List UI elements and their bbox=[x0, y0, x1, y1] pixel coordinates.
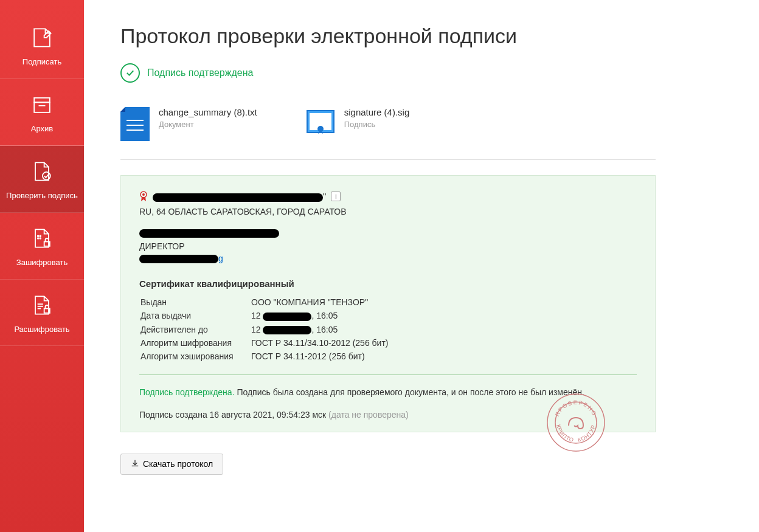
sidebar-label: Архив bbox=[3, 124, 81, 134]
document-file-icon bbox=[120, 107, 150, 141]
info-button[interactable]: i bbox=[331, 192, 341, 201]
cert-table: Выдан ООО "КОМПАНИЯ "ТЕНЗОР" Дата выдачи… bbox=[139, 295, 389, 364]
divider bbox=[139, 375, 637, 375]
file-type: Документ bbox=[159, 120, 257, 129]
verification-stamp: ПРОВЕРЕНО КРИПТО КОНТУР bbox=[546, 392, 606, 453]
sidebar: Подписать Архив Проверить подпись Зашифр… bbox=[0, 0, 84, 532]
status-text: Подпись подтверждена bbox=[147, 67, 253, 78]
file-type: Подпись bbox=[344, 120, 410, 129]
download-icon bbox=[131, 459, 139, 469]
cert-hash-value: ГОСТ Р 34.11-2012 (256 бит) bbox=[251, 350, 388, 362]
svg-rect-1 bbox=[34, 102, 50, 112]
cert-org-row: " i bbox=[139, 191, 637, 202]
table-row: Алгоритм хэширования ГОСТ Р 34.11-2012 (… bbox=[140, 350, 388, 362]
file-signature[interactable]: signature (4).sig Подпись bbox=[306, 107, 410, 141]
main-content: Протокол проверки электронной подписи По… bbox=[84, 0, 692, 532]
cert-person bbox=[139, 227, 637, 238]
svg-point-20 bbox=[142, 193, 145, 196]
svg-point-6 bbox=[38, 238, 39, 239]
cert-hash-label: Алгоритм хэширования bbox=[140, 350, 250, 362]
ribbon-icon bbox=[139, 191, 148, 202]
cert-date-value: 12 , 16:05 bbox=[251, 309, 388, 322]
sign-icon bbox=[27, 23, 57, 52]
svg-point-4 bbox=[38, 235, 39, 237]
confirmation-label: Подпись подтверждена. bbox=[139, 387, 235, 397]
sidebar-item-verify[interactable]: Проверить подпись bbox=[0, 146, 84, 213]
file-document[interactable]: change_summary (8).txt Документ bbox=[120, 107, 257, 141]
cert-valid-value: 12 , 16:05 bbox=[251, 323, 388, 336]
cert-title: Сертификат квалифицированный bbox=[139, 278, 637, 289]
sidebar-label: Расшифровать bbox=[3, 325, 81, 335]
cert-valid-label: Действителен до bbox=[140, 323, 250, 336]
table-row: Действителен до 12 , 16:05 bbox=[140, 323, 388, 336]
page-title: Протокол проверки электронной подписи bbox=[120, 24, 656, 48]
encrypt-icon bbox=[27, 224, 57, 253]
sidebar-label: Проверить подпись bbox=[3, 191, 81, 201]
check-circle-icon bbox=[120, 63, 140, 83]
cert-email[interactable]: g bbox=[139, 254, 637, 263]
cert-date-label: Дата выдачи bbox=[140, 309, 250, 322]
sidebar-item-encrypt[interactable]: Зашифровать bbox=[0, 213, 84, 280]
file-name: signature (4).sig bbox=[344, 107, 410, 117]
table-row: Дата выдачи 12 , 16:05 bbox=[140, 309, 388, 322]
svg-text:ПРОВЕРЕНО: ПРОВЕРЕНО bbox=[554, 399, 598, 417]
download-label: Скачать протокол bbox=[143, 459, 213, 469]
svg-point-18 bbox=[317, 126, 324, 132]
sidebar-item-sign[interactable]: Подписать bbox=[0, 12, 84, 79]
archive-icon bbox=[27, 90, 57, 119]
file-name: change_summary (8).txt bbox=[159, 107, 257, 117]
cert-position: ДИРЕКТОР bbox=[139, 241, 637, 251]
svg-point-7 bbox=[40, 238, 41, 239]
verify-icon bbox=[27, 157, 57, 186]
table-row: Выдан ООО "КОМПАНИЯ "ТЕНЗОР" bbox=[140, 296, 388, 308]
sidebar-label: Подписать bbox=[3, 57, 81, 67]
status-row: Подпись подтверждена bbox=[120, 63, 656, 83]
cert-issued-value: ООО "КОМПАНИЯ "ТЕНЗОР" bbox=[251, 296, 388, 308]
sidebar-item-decrypt[interactable]: Расшифровать bbox=[0, 280, 84, 347]
cert-enc-value: ГОСТ Р 34.11/34.10-2012 (256 бит) bbox=[251, 337, 388, 349]
files-row: change_summary (8).txt Документ signatur… bbox=[120, 107, 656, 160]
cert-issued-label: Выдан bbox=[140, 296, 250, 308]
created-note: (дата не проверена) bbox=[328, 410, 409, 420]
cert-address: RU, 64 ОБЛАСТЬ САРАТОВСКАЯ, ГОРОД САРАТО… bbox=[139, 207, 637, 216]
svg-rect-0 bbox=[34, 98, 50, 102]
sidebar-label: Зашифровать bbox=[3, 258, 81, 268]
svg-point-5 bbox=[40, 235, 41, 237]
signature-file-icon bbox=[306, 107, 335, 141]
download-button[interactable]: Скачать протокол bbox=[120, 454, 223, 475]
decrypt-icon bbox=[27, 291, 57, 320]
certificate-panel: " i RU, 64 ОБЛАСТЬ САРАТОВСКАЯ, ГОРОД СА… bbox=[120, 175, 656, 432]
table-row: Алгоритм шифрования ГОСТ Р 34.11/34.10-2… bbox=[140, 337, 388, 349]
cert-enc-label: Алгоритм шифрования bbox=[140, 337, 250, 349]
sidebar-item-archive[interactable]: Архив bbox=[0, 79, 84, 146]
cert-org-name: " bbox=[153, 191, 326, 201]
